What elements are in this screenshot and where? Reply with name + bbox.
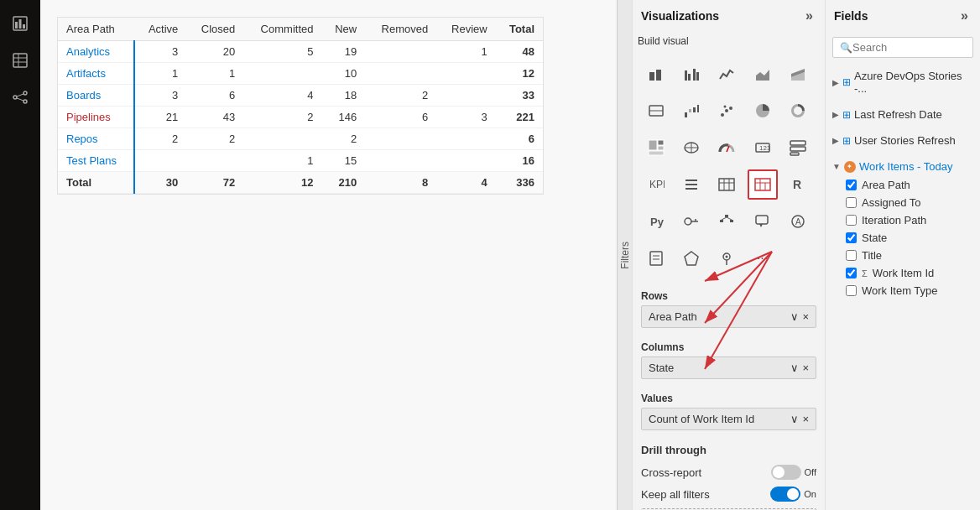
- iteration-path-label: Iteration Path: [862, 214, 926, 226]
- table-row: Repos 2 2 2 6: [58, 128, 543, 150]
- cell-pipelines-removed: 6: [365, 107, 436, 128]
- viz-collapse-button[interactable]: »: [802, 7, 816, 25]
- cross-report-toggle[interactable]: Off: [771, 465, 816, 480]
- field-section-user-stories-header[interactable]: ▶ ⊞ User Stories Refresh: [832, 131, 973, 150]
- r-visual-icon[interactable]: R: [783, 169, 813, 200]
- multi-row-card-icon[interactable]: [783, 133, 813, 163]
- paginated-icon[interactable]: [641, 243, 671, 273]
- field-item-title[interactable]: Title: [832, 247, 973, 264]
- rows-close-icon[interactable]: ×: [802, 310, 809, 323]
- fields-collapse-button[interactable]: »: [957, 7, 972, 25]
- values-field-box[interactable]: Count of Work Item Id ∨ ×: [641, 408, 816, 430]
- viz-icons-section: 123 KPI Matrix R: [633, 50, 825, 282]
- table-icon[interactable]: [712, 169, 742, 200]
- key-influencers-icon[interactable]: [676, 206, 706, 237]
- pie-chart-icon[interactable]: [748, 96, 778, 126]
- assigned-to-checkbox[interactable]: [846, 197, 857, 208]
- filters-tab[interactable]: Filters: [617, 0, 632, 510]
- keep-filters-switch[interactable]: [770, 487, 800, 502]
- columns-field-icons: ∨ ×: [790, 362, 809, 374]
- svg-rect-17: [693, 69, 696, 81]
- line-chart-icon[interactable]: [712, 59, 742, 89]
- work-items-section-label: Work Items - Today: [859, 160, 953, 173]
- gauge-icon[interactable]: [712, 133, 742, 163]
- field-section-azure-header[interactable]: ▶ ⊞ Azure DevOps Stories -...: [832, 66, 973, 98]
- field-item-work-item-type[interactable]: Work Item Type: [832, 282, 973, 299]
- waterfall-icon[interactable]: [676, 96, 706, 126]
- work-item-id-checkbox[interactable]: [846, 268, 857, 278]
- field-section-work-items-header[interactable]: ▼ ✦ Work Items - Today: [832, 157, 973, 176]
- treemap-icon[interactable]: [641, 133, 671, 163]
- scatter-icon[interactable]: [712, 96, 742, 126]
- fields-panel-title: Fields: [834, 9, 868, 23]
- azure-map-icon[interactable]: [712, 243, 742, 273]
- svg-point-76: [726, 256, 728, 258]
- map-icon[interactable]: [676, 133, 706, 163]
- kpi-icon[interactable]: KPI: [641, 169, 671, 200]
- shape-map-icon[interactable]: [676, 243, 706, 273]
- values-chevron-icon[interactable]: ∨: [790, 413, 799, 425]
- columns-field-box[interactable]: State ∨ ×: [641, 356, 816, 379]
- svg-rect-32: [649, 140, 657, 150]
- keep-filters-label: Keep all filters: [641, 488, 710, 501]
- columns-section: Columns State ∨ ×: [633, 336, 825, 388]
- keep-filters-toggle[interactable]: On: [770, 487, 816, 502]
- title-checkbox[interactable]: [846, 250, 857, 261]
- cell-artifacts-active: 1: [134, 63, 186, 85]
- model-icon[interactable]: [3, 81, 37, 114]
- svg-point-8: [13, 96, 17, 99]
- columns-field-value: State: [649, 362, 674, 374]
- cell-repos-active: 2: [134, 128, 186, 150]
- svg-point-59: [685, 218, 691, 225]
- field-item-work-item-id[interactable]: Σ Work Item Id: [832, 264, 973, 282]
- field-section-user-stories: ▶ ⊞ User Stories Refresh: [826, 128, 980, 154]
- cell-boards-total: 33: [496, 85, 543, 107]
- stacked-area-icon[interactable]: [783, 59, 813, 89]
- columns-chevron-icon[interactable]: ∨: [790, 362, 799, 374]
- more-visuals-icon[interactable]: ···: [748, 243, 778, 273]
- rows-field-box[interactable]: Area Path ∨ ×: [641, 305, 816, 328]
- field-item-assigned-to[interactable]: Assigned To: [832, 194, 973, 211]
- ribbon-chart-icon[interactable]: [641, 96, 671, 126]
- values-field-value: Count of Work Item Id: [649, 413, 754, 425]
- svg-rect-63: [720, 220, 723, 222]
- azure-table-icon: ⊞: [842, 76, 851, 88]
- data-icon[interactable]: [3, 44, 37, 77]
- decomp-tree-icon[interactable]: [712, 206, 742, 237]
- python-icon[interactable]: Py: [641, 206, 671, 237]
- cell-boards-area: Boards: [58, 85, 134, 107]
- donut-icon[interactable]: [783, 96, 813, 126]
- field-section-refresh-header[interactable]: ▶ ⊞ Last Refresh Date: [832, 105, 973, 124]
- svg-rect-33: [658, 140, 664, 145]
- report-icon[interactable]: [3, 7, 37, 40]
- cross-report-switch[interactable]: [771, 465, 801, 480]
- values-close-icon[interactable]: ×: [802, 413, 809, 425]
- smart-narrative-icon[interactable]: A: [783, 206, 813, 237]
- area-path-checkbox[interactable]: [846, 180, 857, 190]
- qa-icon[interactable]: [748, 206, 778, 237]
- search-input[interactable]: [852, 41, 980, 54]
- svg-marker-19: [756, 70, 769, 81]
- state-checkbox[interactable]: [846, 232, 857, 243]
- matrix-icon[interactable]: Matrix: [748, 169, 778, 200]
- rows-chevron-icon[interactable]: ∨: [790, 310, 799, 323]
- fields-panel-header: Fields »: [826, 0, 980, 32]
- cell-artifacts-area: Artifacts: [58, 63, 134, 85]
- stacked-bar-icon[interactable]: [641, 59, 671, 89]
- slicer-icon[interactable]: [676, 169, 706, 200]
- svg-point-29: [725, 109, 728, 112]
- viz-panel-title: Visualizations: [641, 9, 719, 23]
- work-item-type-checkbox[interactable]: [846, 285, 857, 296]
- cell-repos-new: 2: [321, 128, 365, 150]
- columns-close-icon[interactable]: ×: [802, 362, 809, 374]
- field-item-area-path[interactable]: Area Path: [832, 176, 973, 194]
- svg-line-11: [17, 94, 23, 96]
- col-header-area-path: Area Path: [58, 18, 134, 41]
- field-item-state[interactable]: State: [832, 229, 973, 247]
- clustered-bar-icon[interactable]: [676, 59, 706, 89]
- area-chart-icon[interactable]: [748, 59, 778, 89]
- iteration-path-checkbox[interactable]: [846, 215, 857, 226]
- cell-total-review: 4: [436, 172, 495, 194]
- card-icon[interactable]: 123: [748, 133, 778, 163]
- field-item-iteration-path[interactable]: Iteration Path: [832, 211, 973, 229]
